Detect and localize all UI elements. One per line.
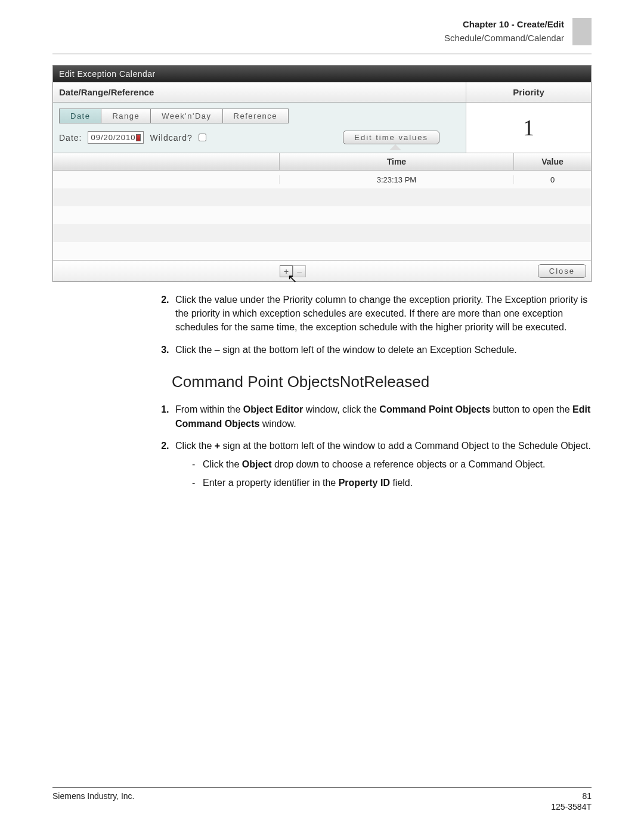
footer-company: Siemens Industry, Inc. xyxy=(52,791,134,812)
section-heading: Command Point ObjectsNotReleased xyxy=(172,371,592,394)
step-3: Click the – sign at the bottom left of t… xyxy=(172,343,592,357)
table-row[interactable] xyxy=(53,242,591,260)
cmd-step-2a: Click the Object drop down to choose a r… xyxy=(192,457,592,471)
step-2: Click the value under the Priority colum… xyxy=(172,293,592,335)
document-number: 125-3584T xyxy=(551,802,592,812)
wildcard-label: Wildcard? xyxy=(150,133,192,143)
section-header-left: Date/Range/Reference xyxy=(53,82,466,102)
date-input[interactable]: 09/20/2010 xyxy=(88,131,144,144)
edit-time-values-button[interactable]: Edit time values xyxy=(343,131,439,144)
time-value-header: Time Value xyxy=(53,153,591,171)
cmd-step-1: From within the Object Editor window, cl… xyxy=(172,402,592,430)
tab-weeknday[interactable]: Week'n'Day xyxy=(151,109,222,123)
instruction-text: Click the value under the Priority colum… xyxy=(172,293,592,490)
table-row[interactable] xyxy=(53,206,591,224)
page-header: Chapter 10 - Create/Edit Schedule/Comman… xyxy=(52,18,592,45)
cmd-step-2b: Enter a property identifier in the Prope… xyxy=(192,476,592,490)
time-column-header: Time xyxy=(279,153,513,170)
time-cell: 3:23:13 PM xyxy=(279,175,513,184)
window-title: Edit Exception Calendar xyxy=(53,66,591,82)
wildcard-checkbox[interactable] xyxy=(199,134,206,141)
date-value: 09/20/2010 xyxy=(91,133,135,142)
tab-bar: Date Range Week'n'Day Reference xyxy=(59,109,460,123)
close-button[interactable]: Close xyxy=(538,264,586,278)
header-rule xyxy=(52,54,592,54)
table-row[interactable] xyxy=(53,224,591,242)
window-footer: + – ↖ Close xyxy=(53,260,591,281)
edit-exception-calendar-window: Edit Exception Calendar Date/Range/Refer… xyxy=(52,65,592,282)
callout-arrow-icon xyxy=(389,144,401,150)
remove-button[interactable]: – xyxy=(293,265,306,277)
chapter-subtitle: Schedule/Command/Calendar xyxy=(444,32,564,45)
add-button[interactable]: + xyxy=(280,265,293,277)
date-label: Date: xyxy=(59,133,82,143)
tab-date[interactable]: Date xyxy=(59,109,101,123)
cmd-step-2: Click the + sign at the bottom left of t… xyxy=(172,439,592,490)
section-header-priority: Priority xyxy=(466,82,591,102)
page-number: 81 xyxy=(551,791,592,801)
priority-value[interactable]: 1 xyxy=(523,114,534,141)
tab-range[interactable]: Range xyxy=(101,109,151,123)
value-column-header: Value xyxy=(513,153,591,170)
header-marker-box xyxy=(572,18,592,45)
page-footer: Siemens Industry, Inc. 81 125-3584T xyxy=(52,787,592,812)
table-row[interactable] xyxy=(53,188,591,206)
value-cell: 0 xyxy=(513,175,591,184)
time-value-body: 3:23:13 PM 0 xyxy=(53,171,591,260)
table-row[interactable]: 3:23:13 PM 0 xyxy=(53,171,591,188)
chapter-title: Chapter 10 - Create/Edit xyxy=(444,18,564,32)
calendar-icon[interactable] xyxy=(136,134,141,141)
tab-reference[interactable]: Reference xyxy=(223,109,289,123)
